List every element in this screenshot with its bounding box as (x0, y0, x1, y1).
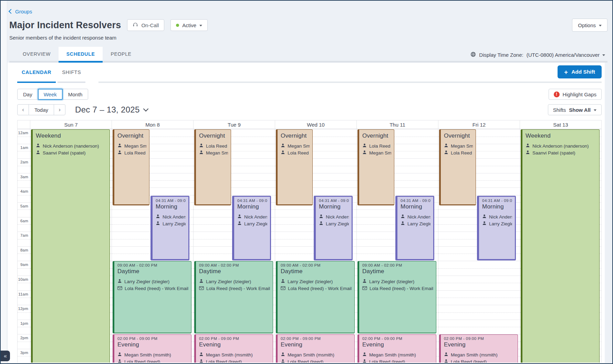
event-morning[interactable]: 04:31 AM - 09:00 AMMorningNick Anderso..… (232, 196, 271, 260)
event-overnight[interactable]: OvernightLola Reed (lr...Megan Smith... (357, 129, 394, 205)
shifts-filter-dropdown[interactable]: Shifts Show All (548, 104, 602, 115)
person-icon (319, 214, 323, 221)
view-day-button[interactable]: Day (17, 89, 38, 100)
event-evening[interactable]: 02:00 PM - 09:00 PMEveningMegan Smith (m… (276, 334, 355, 363)
member-name: Lola Reed (lr... (124, 150, 146, 157)
timezone-dropdown[interactable]: (UTC-0800) America/Vancouver (527, 52, 605, 58)
person-icon (526, 143, 530, 150)
person-icon (281, 150, 285, 157)
gutter-hour-cell (18, 349, 30, 363)
breadcrumb-groups-link[interactable]: Groups (9, 9, 32, 14)
day-column: OvernightMegan Smith...Lola Reed (lr...0… (438, 129, 520, 363)
hour-cell[interactable] (438, 320, 520, 334)
options-button[interactable]: Options (572, 19, 607, 32)
event-member: Nick Anderso... (401, 214, 430, 221)
event-overnight[interactable]: OvernightLola Reed (lr...Megan Smith... (194, 129, 231, 205)
status-dropdown[interactable]: Active (170, 19, 208, 31)
day-header: Tue 9 (194, 120, 275, 129)
event-daytime[interactable]: 09:00 AM - 02:00 PMDaytimeLarry Ziegler … (194, 261, 273, 333)
event-evening[interactable]: 02:00 PM - 09:00 PMEveningMegan Smith (m… (194, 334, 273, 363)
hour-cell[interactable] (438, 276, 520, 290)
event-member-list: Megan Smith (msmith)Lola Reed (lreed) (444, 352, 515, 363)
gutter-hour-cell (18, 305, 30, 320)
subtab-calendar[interactable]: CALENDAR (17, 69, 56, 75)
today-button[interactable]: Today (29, 104, 54, 115)
event-time: 09:00 AM - 02:00 PM (117, 263, 188, 267)
week-calendar: Sun 7Mon 8Tue 9Wed 10Thu 11Fri 12Sat 13 … (17, 120, 602, 363)
event-daytime[interactable]: 09:00 AM - 02:00 PMDaytimeLarry Ziegler … (276, 261, 355, 333)
person-icon (362, 278, 367, 285)
event-member-list: Megan Smith (msmith)Lola Reed (lreed) (281, 352, 352, 363)
member-name: Larry Ziegler (lziegler) (206, 278, 251, 285)
subtab-divider (98, 82, 602, 83)
event-member: Saanvi Patel (spatel) (36, 150, 107, 157)
prev-week-button[interactable]: ‹ (17, 104, 29, 115)
event-member: Lola Reed (lreed) - Work Email (362, 285, 433, 292)
event-member: Lola Reed (lreed) (199, 358, 270, 363)
event-member-list: Nick Anderso...Larry Ziegler ... (482, 214, 512, 227)
event-title: Overnight (117, 132, 146, 139)
oncall-badge-label: On-Call (141, 22, 159, 28)
event-morning[interactable]: 04:31 AM - 09:00 AMMorningNick Anderso..… (477, 196, 516, 260)
hour-cell[interactable] (438, 290, 520, 305)
event-evening[interactable]: 02:00 PM - 09:00 PMEveningMegan Smith (m… (439, 334, 518, 363)
tab-people[interactable]: PEOPLE (103, 47, 139, 61)
event-daytime[interactable]: 09:00 AM - 02:00 PMDaytimeLarry Ziegler … (357, 261, 436, 333)
event-member: Nick Anderso... (156, 214, 186, 221)
event-title: Evening (444, 341, 515, 348)
collapse-sidebar-button[interactable]: « (1, 351, 10, 361)
gutter-hour-cell (18, 246, 30, 261)
event-daytime[interactable]: 09:00 AM - 02:00 PMDaytimeLarry Ziegler … (113, 261, 191, 333)
person-icon (362, 352, 367, 358)
day-header: Sat 13 (520, 120, 602, 129)
event-overnight[interactable]: OvernightMegan Smith...Lola Reed (lr... (439, 129, 476, 205)
member-name: Nick Anderson (nanderson) (43, 143, 99, 150)
event-time: 02:00 PM - 09:00 PM (362, 336, 433, 341)
event-member-list: Megan Smith (msmith)Lola Reed (lreed) (199, 352, 270, 363)
timezone-row: Display Time Zone: (UTC-0800) America/Va… (470, 52, 605, 58)
event-morning[interactable]: 04:31 AM - 09:00 AMMorningNick Anderso..… (150, 196, 189, 260)
event-weekend[interactable]: WeekendNick Anderson (nanderson)Saanvi P… (521, 129, 600, 363)
person-icon (36, 150, 40, 157)
alert-icon: ! (554, 92, 560, 97)
event-evening[interactable]: 02:00 PM - 09:00 PMEveningMegan Smith (m… (357, 334, 436, 363)
event-morning[interactable]: 04:31 AM - 09:00 AMMorningNick Anderso..… (395, 196, 434, 260)
event-overnight[interactable]: OvernightMegan Smith...Lola Reed (lr... (113, 129, 149, 205)
highlight-gaps-button[interactable]: ! Highlight Gaps (549, 89, 602, 100)
group-description: Senior members of the incident response … (9, 35, 607, 41)
next-week-button[interactable]: › (54, 104, 65, 115)
subtab-shifts[interactable]: SHIFTS (58, 69, 85, 75)
hour-cell[interactable] (438, 261, 520, 276)
event-member-list: Nick Anderso...Larry Ziegler ... (156, 214, 186, 227)
email-icon (117, 285, 122, 292)
event-member-list: Megan Smith (msmith)Lola Reed (lreed) (362, 352, 433, 363)
tab-overview[interactable]: OVERVIEW (15, 47, 59, 61)
hour-cell[interactable] (438, 305, 520, 320)
event-member: Lola Reed (lreed) (444, 358, 515, 363)
gutter-hour-cell (18, 290, 30, 305)
email-icon (281, 285, 285, 292)
event-member: Megan Smith (msmith) (199, 352, 270, 358)
event-member-list: Megan Smith...Lola Reed (lr... (117, 143, 146, 156)
gutter-hour-cell (18, 261, 30, 276)
event-title: Evening (117, 341, 188, 348)
view-month-button[interactable]: Month (62, 89, 89, 100)
person-icon (237, 221, 242, 227)
member-name: Lola Reed (lreed) - Work Email (370, 285, 433, 292)
event-member-list: Larry Ziegler (lziegler)Lola Reed (lreed… (199, 278, 270, 292)
shifts-filter-label: Shifts (553, 107, 566, 113)
caret-down-icon (199, 25, 202, 26)
event-overnight[interactable]: OvernightMegan Smith...Lola Reed (lr... (276, 129, 313, 205)
person-icon (401, 221, 405, 227)
view-week-button[interactable]: Week (38, 89, 63, 100)
tab-schedule[interactable]: SCHEDULE (59, 47, 103, 61)
event-evening[interactable]: 02:00 PM - 09:00 PMEveningMegan Smith (m… (113, 334, 191, 363)
event-weekend[interactable]: WeekendNick Anderson (nanderson)Saanvi P… (31, 129, 110, 363)
add-shift-button[interactable]: + Add Shift (558, 65, 602, 78)
day-column: OvernightMegan Smith...Lola Reed (lr...0… (275, 129, 357, 363)
event-morning[interactable]: 04:31 AM - 09:00 AMMorningNick Anderso..… (314, 196, 353, 260)
date-range-dropdown[interactable]: Dec 7 – 13, 2025 (75, 105, 148, 115)
member-name: Saanvi Patel (spatel) (43, 150, 86, 157)
event-member: Lola Reed (lr... (444, 150, 473, 157)
person-icon (362, 150, 367, 157)
